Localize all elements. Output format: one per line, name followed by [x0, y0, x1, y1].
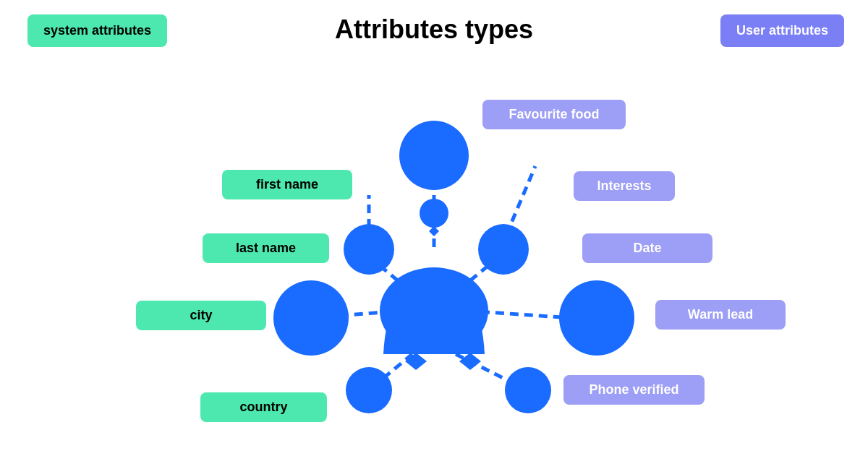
favourite-food-label: Favourite food: [482, 100, 626, 129]
country-label: country: [200, 392, 327, 422]
phone-verified-label: Phone verified: [563, 375, 705, 405]
last-name-label: last name: [203, 233, 329, 263]
city-label: city: [136, 301, 266, 330]
svg-point-20: [344, 224, 394, 275]
svg-point-23: [559, 280, 634, 356]
svg-line-8: [506, 166, 535, 235]
svg-marker-12: [459, 353, 481, 370]
first-name-label: first name: [222, 170, 352, 199]
svg-point-21: [478, 224, 529, 275]
svg-point-17: [399, 121, 469, 190]
date-label: Date: [582, 233, 712, 263]
svg-point-19: [420, 199, 448, 228]
svg-point-25: [505, 367, 551, 413]
svg-marker-14: [429, 226, 439, 236]
svg-point-22: [273, 280, 349, 356]
diagram-svg: [0, 0, 868, 469]
interests-label: Interests: [574, 171, 675, 201]
warm-lead-label: Warm lead: [655, 300, 786, 330]
svg-point-24: [346, 367, 392, 413]
